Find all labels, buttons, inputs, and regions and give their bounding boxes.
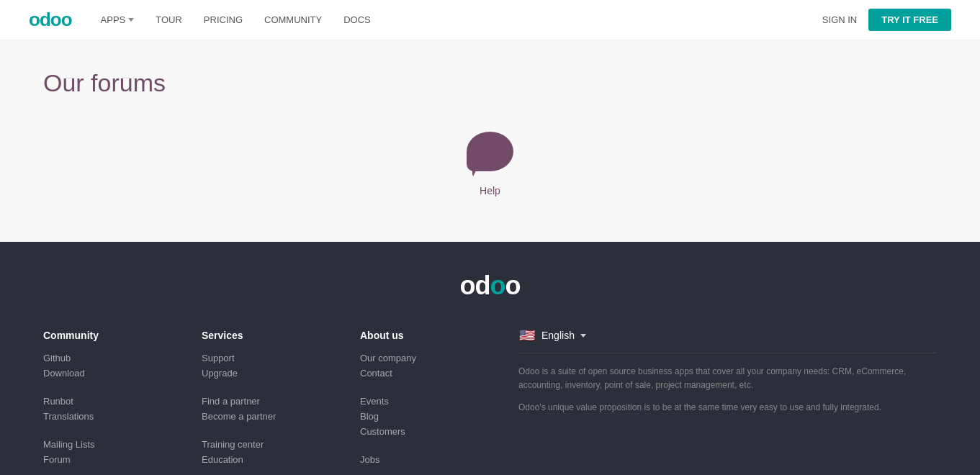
main-content: Our forums Help: [0, 40, 980, 242]
nav-apps[interactable]: APPS: [101, 14, 135, 25]
footer-desc-2: Odoo's unique value proposition is to be…: [518, 401, 937, 415]
header-left: odoo APPS TOUR PRICING COMMUNITY DOCS: [29, 9, 371, 31]
forum-help-item[interactable]: Help: [43, 126, 937, 196]
footer-grid: Community Github Download Runbot Transla…: [43, 330, 937, 475]
footer-link-contact[interactable]: Contact: [360, 368, 504, 379]
footer-link-customers[interactable]: Customers: [360, 426, 504, 437]
sign-in-link[interactable]: SIGN IN: [822, 14, 857, 25]
footer-logo-text: odoo: [460, 271, 521, 300]
footer-link-blog[interactable]: Blog: [360, 411, 504, 422]
footer-link-find-partner[interactable]: Find a partner: [202, 396, 346, 407]
footer-link-our-company[interactable]: Our company: [360, 353, 504, 363]
footer-link-upgrade[interactable]: Upgrade: [202, 368, 346, 379]
footer-about-heading: About us: [360, 330, 504, 341]
footer-col-community: Community Github Download Runbot Transla…: [43, 330, 187, 475]
chat-bubble-icon: [467, 132, 513, 171]
footer-community-heading: Community: [43, 330, 187, 341]
footer-link-events[interactable]: Events: [360, 396, 504, 407]
nav-pricing[interactable]: PRICING: [204, 14, 243, 25]
footer-link-translations[interactable]: Translations: [43, 411, 187, 422]
footer-link-forum[interactable]: Forum: [43, 454, 187, 465]
footer-link-github[interactable]: Github: [43, 353, 187, 363]
footer-col-services: Services Support Upgrade Find a partner …: [202, 330, 346, 475]
header-right: SIGN IN TRY IT FREE: [822, 9, 951, 31]
site-footer: odoo Community Github Download Runbot Tr…: [0, 242, 980, 475]
nav-community[interactable]: COMMUNITY: [264, 14, 322, 25]
forum-bubble-icon: [465, 126, 516, 176]
footer-link-runbot[interactable]: Runbot: [43, 396, 187, 407]
us-flag-icon: 🇺🇸: [518, 330, 536, 341]
chevron-down-icon: [128, 18, 134, 22]
footer-link-education[interactable]: Education: [202, 454, 346, 465]
footer-link-download[interactable]: Download: [43, 368, 187, 379]
page-title: Our forums: [43, 69, 937, 97]
language-label: English: [541, 330, 575, 341]
logo-dot: o: [50, 9, 61, 30]
footer-link-mailing-lists[interactable]: Mailing Lists: [43, 439, 187, 450]
footer-link-become-partner[interactable]: Become a partner: [202, 411, 346, 422]
language-selector[interactable]: 🇺🇸 English: [518, 330, 937, 341]
site-header: odoo APPS TOUR PRICING COMMUNITY DOCS SI…: [0, 0, 980, 40]
logo-text: od: [29, 9, 50, 30]
main-nav: APPS TOUR PRICING COMMUNITY DOCS: [101, 14, 371, 25]
footer-logo: odoo: [43, 271, 937, 301]
footer-right-col: 🇺🇸 English Odoo is a suite of open sourc…: [518, 330, 937, 475]
nav-tour[interactable]: TOUR: [156, 14, 182, 25]
language-chevron-icon: [580, 334, 586, 338]
footer-services-heading: Services: [202, 330, 346, 341]
logo[interactable]: odoo: [29, 9, 72, 31]
footer-link-support[interactable]: Support: [202, 353, 346, 363]
footer-logo-dot: o: [490, 271, 505, 300]
footer-divider: [518, 353, 937, 353]
logo-text2: o: [61, 9, 72, 30]
forum-help-label: Help: [480, 185, 500, 196]
try-free-button[interactable]: TRY IT FREE: [868, 9, 951, 31]
footer-link-jobs[interactable]: Jobs: [360, 454, 504, 465]
footer-col-about: About us Our company Contact Events Blog…: [360, 330, 504, 475]
footer-desc-1: Odoo is a suite of open source business …: [518, 365, 937, 392]
footer-link-training-center[interactable]: Training center: [202, 439, 346, 450]
nav-docs[interactable]: DOCS: [343, 14, 371, 25]
